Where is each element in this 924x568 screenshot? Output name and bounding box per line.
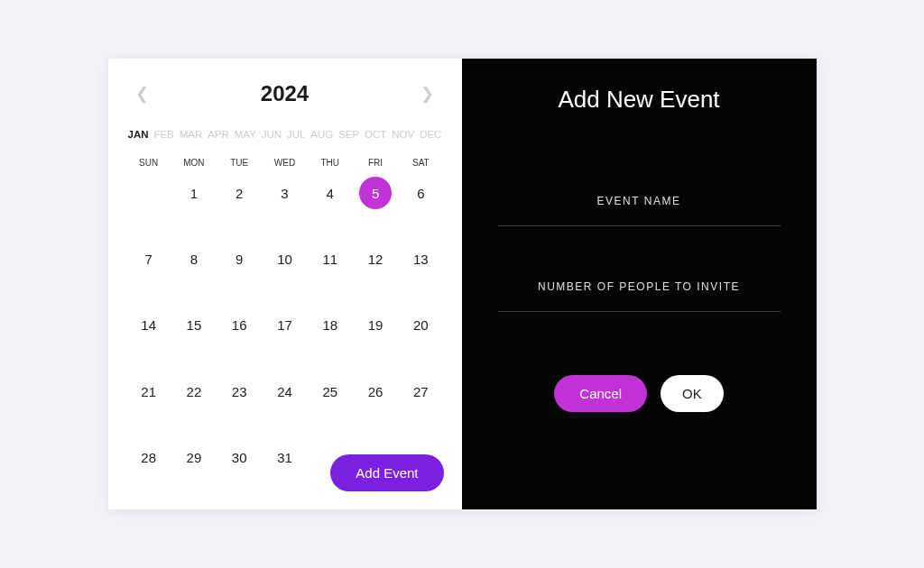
date-cell: 15 xyxy=(171,309,217,342)
date-cell: 5 xyxy=(353,177,398,209)
date-3[interactable]: 3 xyxy=(268,177,300,209)
date-31[interactable]: 31 xyxy=(268,442,300,474)
button-row: Cancel OK xyxy=(554,375,723,412)
date-20[interactable]: 20 xyxy=(404,309,437,342)
date-1[interactable]: 1 xyxy=(178,177,210,209)
weekdays-row: SUNMONTUEWEDTHUFRISAT xyxy=(126,158,444,168)
date-cell: 25 xyxy=(308,375,353,408)
event-name-label: EVENT NAME xyxy=(498,195,781,207)
date-24[interactable]: 24 xyxy=(268,375,300,408)
date-19[interactable]: 19 xyxy=(359,309,392,342)
date-9[interactable]: 9 xyxy=(223,243,255,275)
dates-grid: 1234567891011121314151617181920212223242… xyxy=(126,177,444,491)
date-8[interactable]: 8 xyxy=(178,243,210,275)
date-cell: 24 xyxy=(262,375,307,408)
event-name-input[interactable] xyxy=(498,225,781,226)
date-30[interactable]: 30 xyxy=(223,442,255,474)
date-21[interactable]: 21 xyxy=(133,375,165,408)
next-year-icon[interactable]: ❯ xyxy=(420,84,434,104)
weekday-sun: SUN xyxy=(126,158,171,168)
date-cell: 3 xyxy=(262,177,307,209)
date-cell: 26 xyxy=(353,375,398,408)
date-22[interactable]: 22 xyxy=(178,375,210,408)
date-26[interactable]: 26 xyxy=(359,375,392,408)
date-cell: 1 xyxy=(171,177,217,209)
date-cell: 27 xyxy=(398,375,443,408)
date-cell: 7 xyxy=(126,243,171,275)
people-count-input[interactable] xyxy=(498,311,781,312)
date-cell: 8 xyxy=(171,243,217,275)
month-feb[interactable]: FEB xyxy=(153,129,173,140)
date-cell: 20 xyxy=(398,309,443,342)
date-cell: 16 xyxy=(217,309,262,342)
calendar-event-container: ❮ 2024 ❯ JANFEBMARAPRMAYJUNJULAUGSEPOCTN… xyxy=(108,59,817,509)
date-cell: 19 xyxy=(353,309,398,342)
weekday-fri: FRI xyxy=(353,158,398,168)
month-aug[interactable]: AUG xyxy=(310,129,333,140)
date-cell: 9 xyxy=(217,243,262,275)
weekday-tue: TUE xyxy=(217,158,262,168)
date-29[interactable]: 29 xyxy=(178,442,210,474)
event-name-group: EVENT NAME xyxy=(498,195,781,226)
year-header: ❮ 2024 ❯ xyxy=(126,81,444,106)
month-jul[interactable]: JUL xyxy=(287,129,305,140)
date-cell: 31 xyxy=(262,442,307,474)
month-dec[interactable]: DEC xyxy=(420,129,441,140)
date-27[interactable]: 27 xyxy=(404,375,437,408)
prev-year-icon[interactable]: ❮ xyxy=(135,84,149,104)
date-cell: 12 xyxy=(353,243,398,275)
date-11[interactable]: 11 xyxy=(314,243,346,275)
weekday-mon: MON xyxy=(171,158,217,168)
date-17[interactable]: 17 xyxy=(268,309,300,342)
weekday-sat: SAT xyxy=(398,158,443,168)
add-event-button[interactable]: Add Event xyxy=(330,454,443,491)
date-cell: 6 xyxy=(398,177,443,209)
weekday-wed: WED xyxy=(262,158,307,168)
date-23[interactable]: 23 xyxy=(223,375,255,408)
cancel-button[interactable]: Cancel xyxy=(554,375,647,412)
date-cell: 30 xyxy=(217,442,262,474)
months-row: JANFEBMARAPRMAYJUNJULAUGSEPOCTNOVDEC xyxy=(126,129,444,140)
date-13[interactable]: 13 xyxy=(404,243,437,275)
date-cell: 13 xyxy=(398,243,443,275)
date-4[interactable]: 4 xyxy=(314,177,346,209)
event-panel-title: Add New Event xyxy=(558,86,719,114)
month-jun[interactable]: JUN xyxy=(262,129,282,140)
ok-button[interactable]: OK xyxy=(661,375,724,412)
month-mar[interactable]: MAR xyxy=(180,129,203,140)
date-5[interactable]: 5 xyxy=(359,177,392,209)
date-16[interactable]: 16 xyxy=(223,309,255,342)
month-oct[interactable]: OCT xyxy=(365,129,386,140)
date-14[interactable]: 14 xyxy=(133,309,165,342)
people-count-group: NUMBER OF PEOPLE TO INVITE xyxy=(498,280,781,312)
date-cell: 28 xyxy=(126,442,171,474)
month-jan[interactable]: JAN xyxy=(128,129,149,140)
date-cell: 2 xyxy=(217,177,262,209)
date-cell: 29 xyxy=(171,442,217,474)
calendar-panel: ❮ 2024 ❯ JANFEBMARAPRMAYJUNJULAUGSEPOCTN… xyxy=(108,59,462,509)
date-cell: 18 xyxy=(308,309,353,342)
date-empty xyxy=(133,177,165,209)
date-cell: 23 xyxy=(217,375,262,408)
date-6[interactable]: 6 xyxy=(404,177,437,209)
date-10[interactable]: 10 xyxy=(268,243,300,275)
date-7[interactable]: 7 xyxy=(133,243,165,275)
year-label: 2024 xyxy=(261,81,309,106)
date-cell xyxy=(126,177,171,209)
month-sep[interactable]: SEP xyxy=(338,129,359,140)
month-apr[interactable]: APR xyxy=(208,129,229,140)
date-25[interactable]: 25 xyxy=(314,375,346,408)
date-cell: 10 xyxy=(262,243,307,275)
date-28[interactable]: 28 xyxy=(133,442,165,474)
date-12[interactable]: 12 xyxy=(359,243,392,275)
date-cell: 4 xyxy=(308,177,353,209)
date-15[interactable]: 15 xyxy=(178,309,210,342)
date-cell: 11 xyxy=(308,243,353,275)
date-cell: 14 xyxy=(126,309,171,342)
date-2[interactable]: 2 xyxy=(223,177,255,209)
people-count-label: NUMBER OF PEOPLE TO INVITE xyxy=(498,280,781,293)
date-cell: 17 xyxy=(262,309,307,342)
month-nov[interactable]: NOV xyxy=(392,129,414,140)
date-18[interactable]: 18 xyxy=(314,309,346,342)
month-may[interactable]: MAY xyxy=(235,129,256,140)
